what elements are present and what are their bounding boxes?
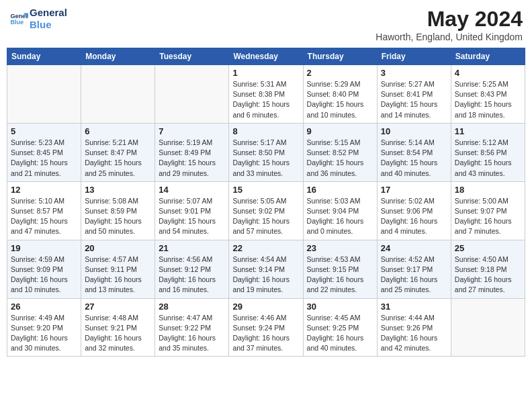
- day-number: 30: [307, 302, 373, 312]
- calendar-day-cell: 29Sunrise: 4:46 AMSunset: 9:24 PMDayligh…: [229, 298, 303, 357]
- day-number: 21: [159, 243, 225, 253]
- calendar-day-cell: 21Sunrise: 4:56 AMSunset: 9:12 PMDayligh…: [155, 240, 229, 298]
- day-number: 17: [381, 185, 447, 195]
- day-number: 13: [85, 185, 151, 195]
- page-header: General Blue General Blue May 2024 Hawor…: [7, 7, 525, 42]
- calendar-day-cell: 28Sunrise: 4:47 AMSunset: 9:22 PMDayligh…: [155, 298, 229, 357]
- day-info: Sunrise: 5:27 AMSunset: 8:41 PMDaylight:…: [381, 79, 447, 120]
- calendar-day-cell: 12Sunrise: 5:10 AMSunset: 8:57 PMDayligh…: [7, 181, 81, 240]
- logo: General Blue General Blue: [9, 7, 67, 31]
- calendar-day-cell: 7Sunrise: 5:19 AMSunset: 8:49 PMDaylight…: [155, 123, 229, 181]
- day-info: Sunrise: 5:25 AMSunset: 8:43 PMDaylight:…: [455, 79, 521, 120]
- day-info: Sunrise: 5:02 AMSunset: 9:06 PMDaylight:…: [381, 196, 447, 237]
- calendar-day-cell: 5Sunrise: 5:23 AMSunset: 8:45 PMDaylight…: [7, 123, 81, 181]
- day-info: Sunrise: 5:29 AMSunset: 8:40 PMDaylight:…: [307, 79, 373, 120]
- day-number: 29: [232, 302, 299, 312]
- day-number: 12: [11, 185, 77, 195]
- day-info: Sunrise: 5:10 AMSunset: 8:57 PMDaylight:…: [11, 196, 77, 237]
- day-info: Sunrise: 5:14 AMSunset: 8:54 PMDaylight:…: [381, 138, 447, 179]
- day-info: Sunrise: 5:17 AMSunset: 8:50 PMDaylight:…: [232, 138, 299, 179]
- calendar-day-cell: 26Sunrise: 4:49 AMSunset: 9:20 PMDayligh…: [7, 298, 81, 357]
- day-info: Sunrise: 4:57 AMSunset: 9:11 PMDaylight:…: [85, 255, 151, 295]
- logo-icon: General Blue: [9, 9, 28, 28]
- calendar-day-cell: 17Sunrise: 5:02 AMSunset: 9:06 PMDayligh…: [377, 181, 451, 240]
- calendar-day-cell: 18Sunrise: 5:00 AMSunset: 9:07 PMDayligh…: [451, 181, 525, 240]
- logo-text-line2: Blue: [30, 19, 67, 31]
- day-info: Sunrise: 4:48 AMSunset: 9:21 PMDaylight:…: [85, 313, 151, 354]
- day-info: Sunrise: 5:21 AMSunset: 8:47 PMDaylight:…: [85, 138, 151, 179]
- day-number: 24: [381, 243, 447, 253]
- calendar-day-cell: 10Sunrise: 5:14 AMSunset: 8:54 PMDayligh…: [377, 123, 451, 181]
- day-info: Sunrise: 5:15 AMSunset: 8:52 PMDaylight:…: [307, 138, 373, 179]
- day-info: Sunrise: 5:00 AMSunset: 9:07 PMDaylight:…: [455, 196, 521, 237]
- calendar-day-cell: 13Sunrise: 5:08 AMSunset: 8:59 PMDayligh…: [81, 181, 155, 240]
- location-subtitle: Haworth, England, United Kingdom: [375, 32, 523, 42]
- day-number: 26: [11, 302, 77, 312]
- day-number: 1: [232, 68, 299, 78]
- calendar-day-cell: 4Sunrise: 5:25 AMSunset: 8:43 PMDaylight…: [451, 65, 525, 124]
- calendar-day-cell: [451, 298, 525, 357]
- calendar-day-cell: 1Sunrise: 5:31 AMSunset: 8:38 PMDaylight…: [229, 65, 303, 124]
- weekday-header-sunday: Sunday: [7, 48, 81, 65]
- day-info: Sunrise: 4:52 AMSunset: 9:17 PMDaylight:…: [381, 255, 447, 295]
- day-number: 6: [85, 126, 151, 136]
- day-number: 2: [307, 68, 373, 78]
- day-info: Sunrise: 4:56 AMSunset: 9:12 PMDaylight:…: [159, 255, 225, 295]
- calendar-day-cell: 25Sunrise: 4:50 AMSunset: 9:18 PMDayligh…: [451, 240, 525, 298]
- weekday-header-saturday: Saturday: [451, 48, 525, 65]
- day-info: Sunrise: 5:23 AMSunset: 8:45 PMDaylight:…: [11, 138, 77, 179]
- weekday-header-row: SundayMondayTuesdayWednesdayThursdayFrid…: [7, 48, 525, 65]
- day-number: 19: [11, 243, 77, 253]
- day-info: Sunrise: 4:46 AMSunset: 9:24 PMDaylight:…: [232, 313, 299, 354]
- day-number: 11: [455, 126, 521, 136]
- calendar-day-cell: 3Sunrise: 5:27 AMSunset: 8:41 PMDaylight…: [377, 65, 451, 124]
- day-number: 27: [85, 302, 151, 312]
- calendar-day-cell: 15Sunrise: 5:05 AMSunset: 9:02 PMDayligh…: [229, 181, 303, 240]
- day-number: 31: [381, 302, 447, 312]
- calendar-day-cell: 20Sunrise: 4:57 AMSunset: 9:11 PMDayligh…: [81, 240, 155, 298]
- day-info: Sunrise: 5:31 AMSunset: 8:38 PMDaylight:…: [232, 79, 299, 120]
- title-block: May 2024 Haworth, England, United Kingdo…: [375, 7, 523, 42]
- calendar-table: SundayMondayTuesdayWednesdayThursdayFrid…: [7, 48, 525, 357]
- calendar-day-cell: 2Sunrise: 5:29 AMSunset: 8:40 PMDaylight…: [303, 65, 377, 124]
- day-info: Sunrise: 4:59 AMSunset: 9:09 PMDaylight:…: [11, 255, 77, 295]
- day-number: 8: [232, 126, 299, 136]
- day-number: 16: [307, 185, 373, 195]
- day-info: Sunrise: 5:12 AMSunset: 8:56 PMDaylight:…: [455, 138, 521, 179]
- day-number: 4: [455, 68, 521, 78]
- day-info: Sunrise: 5:08 AMSunset: 8:59 PMDaylight:…: [85, 196, 151, 237]
- day-info: Sunrise: 5:07 AMSunset: 9:01 PMDaylight:…: [159, 196, 225, 237]
- weekday-header-tuesday: Tuesday: [155, 48, 229, 65]
- day-number: 18: [455, 185, 521, 195]
- calendar-day-cell: 24Sunrise: 4:52 AMSunset: 9:17 PMDayligh…: [377, 240, 451, 298]
- calendar-day-cell: 16Sunrise: 5:03 AMSunset: 9:04 PMDayligh…: [303, 181, 377, 240]
- day-number: 22: [232, 243, 299, 253]
- day-number: 14: [159, 185, 225, 195]
- day-number: 5: [11, 126, 77, 136]
- day-number: 9: [307, 126, 373, 136]
- day-number: 7: [159, 126, 225, 136]
- weekday-header-thursday: Thursday: [303, 48, 377, 65]
- weekday-header-monday: Monday: [81, 48, 155, 65]
- calendar-day-cell: 27Sunrise: 4:48 AMSunset: 9:21 PMDayligh…: [81, 298, 155, 357]
- day-info: Sunrise: 4:44 AMSunset: 9:26 PMDaylight:…: [381, 313, 447, 354]
- day-info: Sunrise: 5:19 AMSunset: 8:49 PMDaylight:…: [159, 138, 225, 179]
- calendar-week-row: 1Sunrise: 5:31 AMSunset: 8:38 PMDaylight…: [7, 65, 525, 124]
- calendar-day-cell: 31Sunrise: 4:44 AMSunset: 9:26 PMDayligh…: [377, 298, 451, 357]
- weekday-header-wednesday: Wednesday: [229, 48, 303, 65]
- day-info: Sunrise: 4:54 AMSunset: 9:14 PMDaylight:…: [232, 255, 299, 295]
- calendar-day-cell: 30Sunrise: 4:45 AMSunset: 9:25 PMDayligh…: [303, 298, 377, 357]
- day-info: Sunrise: 4:53 AMSunset: 9:15 PMDaylight:…: [307, 255, 373, 295]
- day-info: Sunrise: 4:50 AMSunset: 9:18 PMDaylight:…: [455, 255, 521, 295]
- calendar-day-cell: 11Sunrise: 5:12 AMSunset: 8:56 PMDayligh…: [451, 123, 525, 181]
- logo-text-line1: General: [30, 7, 67, 19]
- day-info: Sunrise: 5:03 AMSunset: 9:04 PMDaylight:…: [307, 196, 373, 237]
- day-info: Sunrise: 4:47 AMSunset: 9:22 PMDaylight:…: [159, 313, 225, 354]
- day-info: Sunrise: 4:49 AMSunset: 9:20 PMDaylight:…: [11, 313, 77, 354]
- svg-text:Blue: Blue: [10, 19, 24, 26]
- calendar-day-cell: [7, 65, 81, 124]
- calendar-day-cell: 9Sunrise: 5:15 AMSunset: 8:52 PMDaylight…: [303, 123, 377, 181]
- day-number: 15: [232, 185, 299, 195]
- day-number: 3: [381, 68, 447, 78]
- calendar-day-cell: 23Sunrise: 4:53 AMSunset: 9:15 PMDayligh…: [303, 240, 377, 298]
